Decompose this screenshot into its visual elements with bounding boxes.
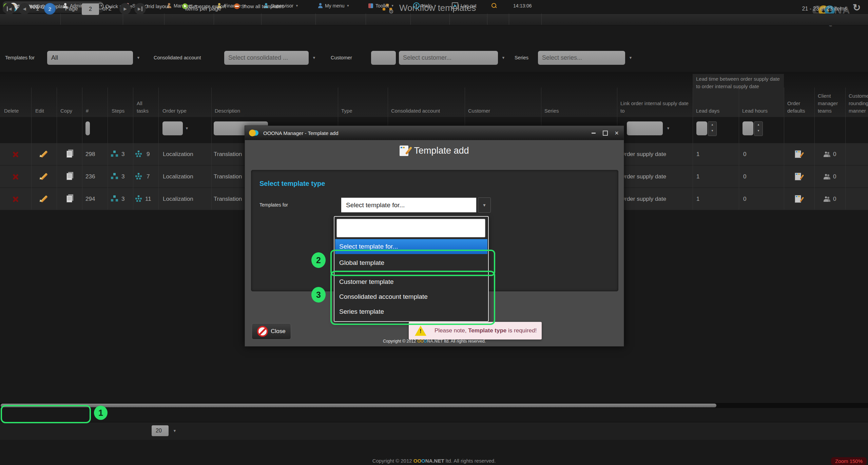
col-link-order[interactable]: Link order internal supply date to: [620, 100, 690, 115]
caret-down-icon[interactable]: [478, 197, 491, 213]
horizontal-scrollbar[interactable]: [0, 403, 868, 408]
col-description[interactable]: Description: [215, 107, 240, 115]
edit-icon[interactable]: [39, 172, 47, 180]
menu-toolkit[interactable]: Toolkit: [368, 0, 394, 11]
prev-page-button[interactable]: ◀: [19, 3, 30, 15]
delete-icon[interactable]: [12, 173, 19, 180]
col-lead-hours[interactable]: Lead hours: [742, 107, 768, 115]
edit-icon[interactable]: [39, 195, 47, 203]
caret-down-icon[interactable]: [625, 51, 636, 65]
option-consolidated-template[interactable]: Consolidated account template: [335, 289, 487, 304]
filter-series-select[interactable]: Select series...: [538, 51, 625, 65]
client-teams-icon[interactable]: [824, 152, 830, 157]
page-number-input[interactable]: [82, 3, 99, 15]
page-2-current[interactable]: 2: [44, 3, 56, 15]
menu-help[interactable]: ? Help: [413, 0, 437, 11]
column-divider: [158, 88, 159, 210]
client-teams-icon[interactable]: [824, 196, 830, 202]
lead-days-stepper[interactable]: ▲▼: [708, 121, 717, 136]
page-1-link[interactable]: 1: [36, 0, 39, 18]
num-filter-input[interactable]: [85, 121, 90, 135]
menu-label: My menu: [325, 3, 345, 8]
scrollbar-thumb[interactable]: [1, 404, 716, 407]
option-series-template[interactable]: Series template: [335, 304, 487, 319]
col-rounding[interactable]: Customer rounding manner: [849, 92, 868, 115]
copy-icon[interactable]: [66, 151, 72, 158]
copy-icon[interactable]: [66, 173, 72, 180]
templates-for-combobox[interactable]: Select template for...: [341, 197, 477, 213]
toolbar-label: Grid layout: [144, 3, 169, 9]
close-icon: ×: [615, 130, 619, 136]
col-all-tasks[interactable]: All tasks: [137, 100, 152, 115]
menu-my-menu[interactable]: My menu: [318, 0, 350, 11]
page-size-select[interactable]: 20: [152, 425, 169, 436]
template-add-dialog: OOONA Manager - Template add × Template …: [245, 125, 624, 347]
col-steps[interactable]: Steps: [112, 107, 124, 115]
items-range-label: 21 - 23 of 23 items: [796, 0, 847, 18]
col-type[interactable]: Type: [341, 107, 352, 115]
menu-search[interactable]: [491, 0, 497, 11]
items-per-page-label: items per page: [185, 0, 221, 18]
option-customer-template[interactable]: Customer template: [335, 274, 487, 289]
minimize-button[interactable]: [589, 129, 598, 137]
filter-consolidated-select[interactable]: Select consolidated ...: [224, 51, 309, 65]
next-page-icon: ▶: [123, 6, 127, 11]
delete-icon[interactable]: [12, 196, 19, 202]
col-consolidated[interactable]: Consolidated account: [391, 107, 440, 115]
col-client-teams[interactable]: Client manager teams: [818, 92, 845, 115]
col-customer[interactable]: Customer: [468, 107, 490, 115]
last-page-button[interactable]: ▶: [134, 3, 146, 15]
col-series[interactable]: Series: [544, 107, 559, 115]
filter-templates-for-select[interactable]: All: [47, 51, 133, 65]
col-delete[interactable]: Delete: [4, 107, 19, 115]
order-type-filter-select[interactable]: [162, 121, 183, 135]
first-page-button[interactable]: ◀: [3, 3, 15, 15]
order-defaults-icon[interactable]: [795, 150, 801, 158]
steps-count: 3: [121, 143, 124, 165]
lead-hours-stepper[interactable]: ▲▼: [754, 121, 763, 136]
teams-count: 0: [833, 143, 836, 165]
lead-hours-filter-input[interactable]: [742, 121, 753, 135]
client-teams-icon[interactable]: [824, 174, 830, 179]
next-page-button[interactable]: ▶: [119, 3, 131, 15]
link-order-value: Order supply date: [620, 188, 666, 210]
toolbar-label: Show all templates: [241, 3, 284, 9]
menu-clock: 14:13:06: [513, 0, 532, 11]
col-copy[interactable]: Copy: [60, 107, 72, 115]
lead-days-filter-input[interactable]: [696, 121, 707, 135]
col-lead-days[interactable]: Lead days: [696, 107, 719, 115]
brand-letter: O: [417, 458, 421, 464]
caret-down-icon[interactable]: [498, 51, 509, 65]
col-edit[interactable]: Edit: [35, 107, 44, 115]
show-all-templates-button[interactable]: Show all templates: [234, 0, 284, 12]
option-global-template[interactable]: Global template: [335, 254, 487, 271]
order-defaults-icon[interactable]: [795, 173, 801, 180]
maximize-button[interactable]: [601, 129, 610, 137]
copy-icon[interactable]: [66, 195, 72, 202]
close-button[interactable]: Close: [252, 323, 291, 340]
col-order-type[interactable]: Order type: [162, 107, 187, 115]
caret-down-icon[interactable]: [133, 51, 144, 65]
filter-customer-id-input[interactable]: [371, 51, 396, 65]
caret-down-icon[interactable]: [169, 425, 180, 436]
menu-log-out[interactable]: Log out: [452, 0, 477, 11]
dropdown-search-input[interactable]: [336, 219, 485, 237]
delete-icon[interactable]: [12, 151, 19, 158]
edit-icon[interactable]: [39, 150, 47, 158]
caret-down-icon[interactable]: [663, 121, 673, 135]
option-select-template-for[interactable]: Select template for...: [335, 239, 487, 254]
link-order-filter-select[interactable]: [627, 121, 663, 135]
col-order-defaults[interactable]: Order defaults: [787, 100, 811, 115]
caret-down-icon[interactable]: [309, 51, 320, 65]
order-defaults-icon[interactable]: [795, 195, 801, 203]
caret-down-icon[interactable]: [183, 121, 191, 135]
close-window-button[interactable]: ×: [612, 129, 621, 137]
filter-customer-select[interactable]: Select customer...: [399, 51, 498, 65]
dialog-title-bar[interactable]: OOONA Manager - Template add: [245, 126, 624, 140]
order-type-value: Localization: [163, 188, 193, 210]
refresh-icon[interactable]: ↻: [853, 2, 861, 13]
steps-icon: [111, 173, 118, 180]
column-divider: [541, 14, 542, 25]
col-num[interactable]: #: [86, 107, 89, 115]
all-tasks-count: 7: [147, 166, 150, 188]
